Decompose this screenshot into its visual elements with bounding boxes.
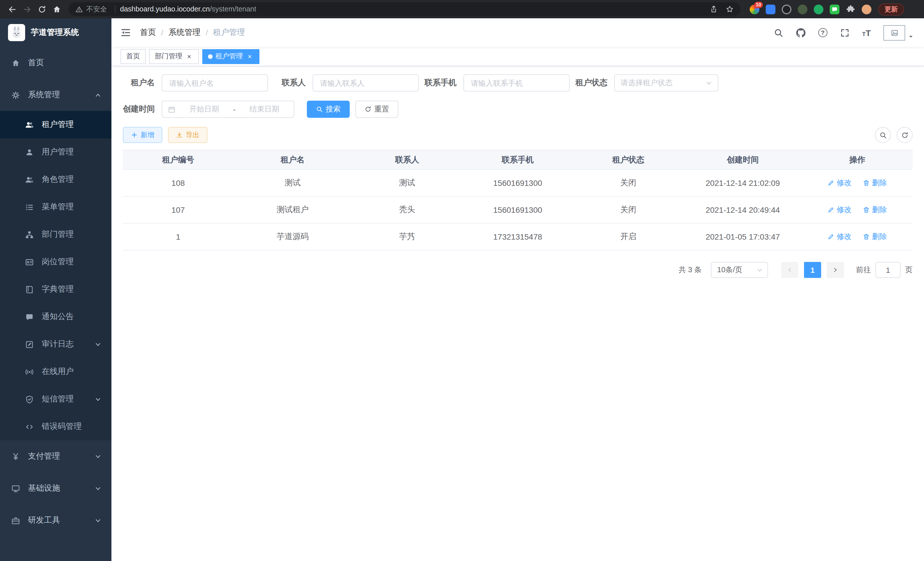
close-tab-icon[interactable]: [185, 52, 193, 60]
browser-update-button[interactable]: 更新: [878, 3, 904, 15]
table-toolbar: 新增 导出: [123, 127, 913, 143]
font-size-icon[interactable]: [862, 28, 871, 38]
edit-link[interactable]: 修改: [828, 232, 852, 242]
extension-badge: 10: [754, 2, 763, 8]
profile-avatar-icon[interactable]: [862, 4, 872, 14]
extension-green-circle-icon[interactable]: [814, 4, 824, 14]
edit-link[interactable]: 修改: [828, 205, 852, 215]
extension-green-chat-icon[interactable]: [830, 4, 839, 14]
breadcrumb-system[interactable]: 系统管理: [169, 27, 201, 38]
date-range-picker[interactable]: 开始日期 - 结束日期: [162, 101, 294, 118]
cell-created: 2021-01-05 17:03:47: [683, 223, 802, 250]
cell-tenant-id: 108: [123, 170, 233, 196]
sidebar-item-payment[interactable]: 支付管理: [0, 440, 111, 472]
close-tab-icon[interactable]: [246, 52, 254, 60]
search-icon[interactable]: [773, 28, 783, 38]
cell-contact: 芋艿: [352, 223, 463, 250]
book-icon: [25, 285, 34, 294]
sidebar-item-dict[interactable]: 字典管理: [0, 276, 111, 303]
goto-page-input[interactable]: [875, 262, 901, 278]
sidebar-item-notice[interactable]: 通知公告: [0, 303, 111, 331]
delete-link[interactable]: 删除: [863, 178, 887, 188]
extension-blue-icon[interactable]: [766, 4, 776, 14]
tab-dept-management[interactable]: 部门管理: [149, 49, 199, 64]
search-button[interactable]: 搜索: [307, 101, 350, 118]
sidebar-item-role[interactable]: 角色管理: [0, 166, 111, 193]
toggle-search-button[interactable]: [875, 127, 891, 143]
chevron-right-icon: [832, 267, 838, 273]
browser-home-button[interactable]: [49, 2, 64, 17]
tab-home[interactable]: 首页: [121, 49, 146, 64]
phone-input[interactable]: [464, 74, 570, 92]
sidebar-item-home[interactable]: 首页: [0, 47, 111, 79]
cell-tenant-id: 107: [123, 196, 233, 223]
id-badge-icon: [25, 258, 34, 266]
browser-back-button[interactable]: [4, 2, 20, 17]
user-avatar-menu[interactable]: [884, 25, 914, 40]
cell-tenant-id: 1: [123, 223, 233, 250]
add-button[interactable]: 新增: [123, 127, 162, 143]
prev-page-button[interactable]: [781, 262, 798, 278]
delete-link[interactable]: 删除: [863, 232, 887, 242]
tenant-name-label: 租户名: [123, 78, 162, 88]
browser-reload-button[interactable]: [34, 2, 49, 17]
fullscreen-icon[interactable]: [840, 28, 849, 38]
extensions-puzzle-icon[interactable]: [846, 4, 855, 14]
column-header: 创建时间: [683, 150, 802, 170]
sidebar-toggle-button[interactable]: [111, 18, 140, 47]
extension-colorful-icon[interactable]: 10: [750, 4, 759, 14]
sidebar-item-user[interactable]: 用户管理: [0, 138, 111, 166]
page-number-1[interactable]: 1: [804, 262, 821, 278]
roles-icon: [25, 175, 34, 184]
sidebar-item-sms[interactable]: 短信管理: [0, 385, 111, 413]
app-header: 首页 / 系统管理 / 租户管理: [111, 18, 924, 47]
export-button[interactable]: 导出: [168, 127, 207, 143]
extension-dark-ring-icon[interactable]: [782, 4, 791, 14]
active-tab-dot: [208, 54, 213, 59]
cell-phone: 17321315478: [462, 223, 573, 250]
column-header: 租户编号: [123, 150, 233, 170]
breadcrumb: 首页 / 系统管理 / 租户管理: [140, 27, 245, 38]
sidebar-item-error-code[interactable]: 错误码管理: [0, 413, 111, 440]
chevron-down-icon: [706, 80, 712, 86]
table-row: 1 芋道源码 芋艿 17321315478 开启 2021-01-05 17:0…: [123, 223, 913, 250]
sidebar-item-dept[interactable]: 部门管理: [0, 221, 111, 248]
table-header-row: 租户编号 租户名 联系人 联系手机 租户状态 创建时间 操作: [123, 150, 913, 170]
sidebar-item-post[interactable]: 岗位管理: [0, 248, 111, 276]
edit-link[interactable]: 修改: [828, 178, 852, 188]
edit-pencil-icon: [828, 180, 835, 186]
sidebar-item-menu[interactable]: 菜单管理: [0, 193, 111, 221]
column-header: 联系人: [352, 150, 463, 170]
help-icon[interactable]: [818, 28, 827, 37]
cell-phone: 15601691300: [462, 196, 573, 223]
sidebar-item-system[interactable]: 系统管理: [0, 79, 111, 111]
tab-tenant-management[interactable]: 租户管理: [202, 49, 260, 64]
reset-button[interactable]: 重置: [356, 101, 398, 118]
breadcrumb-home[interactable]: 首页: [140, 27, 156, 38]
security-label[interactable]: 不安全: [86, 4, 107, 14]
address-bar[interactable]: 不安全 dashboard.yudao.iocoder.cn/system/te…: [69, 2, 741, 16]
contact-input[interactable]: [313, 74, 419, 92]
sidebar-item-audit-log[interactable]: 审计日志: [0, 331, 111, 358]
browser-forward-button[interactable]: [20, 2, 34, 17]
status-select[interactable]: 请选择租户状态: [614, 74, 718, 92]
code-icon: [25, 422, 34, 431]
share-icon[interactable]: [710, 5, 718, 13]
sidebar-item-devtools[interactable]: 研发工具: [0, 504, 111, 536]
tenant-name-input[interactable]: [162, 74, 268, 92]
extension-olive-icon[interactable]: [798, 4, 807, 14]
refresh-table-button[interactable]: [897, 127, 913, 143]
contact-label: 联系人: [274, 78, 313, 88]
sidebar-item-tenant[interactable]: 租户管理: [0, 111, 111, 138]
delete-link[interactable]: 删除: [863, 205, 887, 215]
filter-row-2: 创建时间 开始日期 - 结束日期 搜索 重置: [123, 101, 913, 118]
sidebar-item-online-users[interactable]: 在线用户: [0, 358, 111, 385]
bookmark-star-icon[interactable]: [726, 5, 734, 13]
page-size-select[interactable]: 10条/页: [711, 262, 768, 278]
trash-icon: [863, 233, 870, 240]
browser-menu-icon[interactable]: [909, 5, 917, 14]
next-page-button[interactable]: [827, 262, 844, 278]
github-icon[interactable]: [796, 28, 806, 38]
url-text[interactable]: dashboard.yudao.iocoder.cn/system/tenant: [120, 5, 256, 13]
sidebar-item-infra[interactable]: 基础设施: [0, 472, 111, 504]
